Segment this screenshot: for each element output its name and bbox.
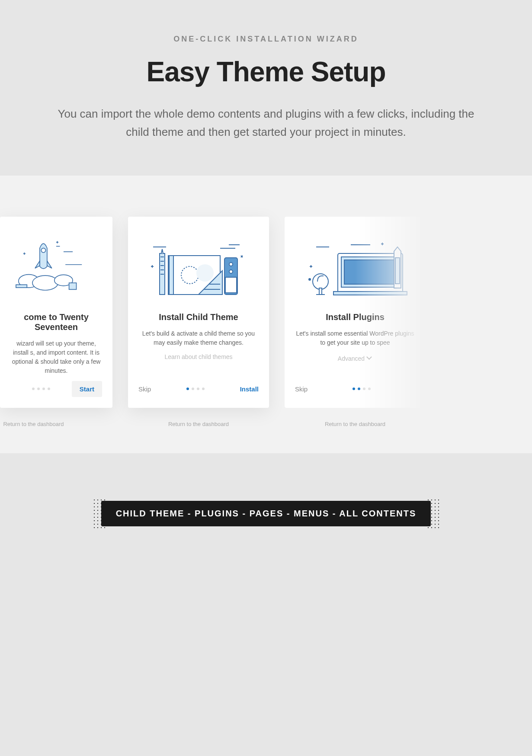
step-dots — [353, 388, 371, 390]
features-banner-section: CHILD THEME - PLUGINS - PAGES - MENUS - … — [0, 453, 532, 526]
hero-title: Easy Theme Setup — [35, 56, 497, 88]
chevron-down-icon — [367, 356, 372, 361]
svg-rect-4 — [16, 285, 27, 288]
svg-point-21 — [229, 263, 233, 266]
svg-rect-23 — [225, 277, 237, 293]
card-text: Let's install some essential WordPre plu… — [295, 329, 415, 347]
hero-eyebrow: ONE-CLICK INSTALLATION WIZARD — [35, 35, 497, 44]
return-dashboard-link[interactable]: Return to the dashboard — [325, 421, 385, 427]
wizard-card-child-theme: Install Child Theme Let's build & activa… — [128, 217, 269, 427]
svg-rect-10 — [169, 256, 173, 295]
svg-point-2 — [32, 275, 58, 290]
features-banner: CHILD THEME - PLUGINS - PAGES - MENUS - … — [101, 501, 431, 526]
wizard-carousel: come to Twenty Seventeen wizard will set… — [0, 176, 532, 453]
svg-rect-30 — [344, 260, 396, 284]
svg-rect-5 — [69, 283, 77, 289]
step-dots — [32, 388, 50, 390]
card-title: come to Twenty Seventeen — [10, 312, 102, 332]
start-button[interactable]: Start — [72, 381, 102, 397]
svg-point-27 — [196, 264, 214, 282]
wizard-card-plugins: Install Plugins Let's install some essen… — [285, 217, 426, 427]
card-text: wizard will set up your theme, install s… — [10, 339, 102, 375]
hero-section: ONE-CLICK INSTALLATION WIZARD Easy Theme… — [0, 0, 532, 176]
skip-button[interactable]: Skip — [295, 385, 308, 393]
hero-description: You can import the whole demo contents a… — [50, 105, 482, 141]
install-button[interactable]: Install — [240, 385, 259, 393]
svg-rect-33 — [319, 288, 322, 295]
svg-point-38 — [309, 279, 311, 280]
svg-rect-35 — [395, 258, 400, 284]
svg-point-22 — [229, 270, 233, 273]
skip-button[interactable]: Skip — [138, 385, 151, 393]
return-dashboard-link[interactable]: Return to the dashboard — [168, 421, 229, 427]
step-dots — [186, 388, 205, 390]
learn-more-link[interactable]: Learn about child themes — [138, 353, 259, 360]
rocket-illustration-icon — [0, 217, 112, 301]
tools-illustration-icon — [128, 217, 269, 301]
advanced-toggle[interactable]: Advanced — [338, 355, 372, 362]
card-text: Let's build & activate a child theme so … — [138, 329, 259, 347]
wizard-card-welcome: come to Twenty Seventeen wizard will set… — [0, 217, 112, 427]
return-dashboard-link[interactable]: Return to the dashboard — [3, 421, 64, 427]
devices-illustration-icon — [285, 217, 426, 301]
card-title: Install Plugins — [295, 312, 415, 322]
svg-point-0 — [41, 248, 45, 253]
card-title: Install Child Theme — [138, 312, 259, 322]
svg-rect-31 — [333, 292, 407, 295]
